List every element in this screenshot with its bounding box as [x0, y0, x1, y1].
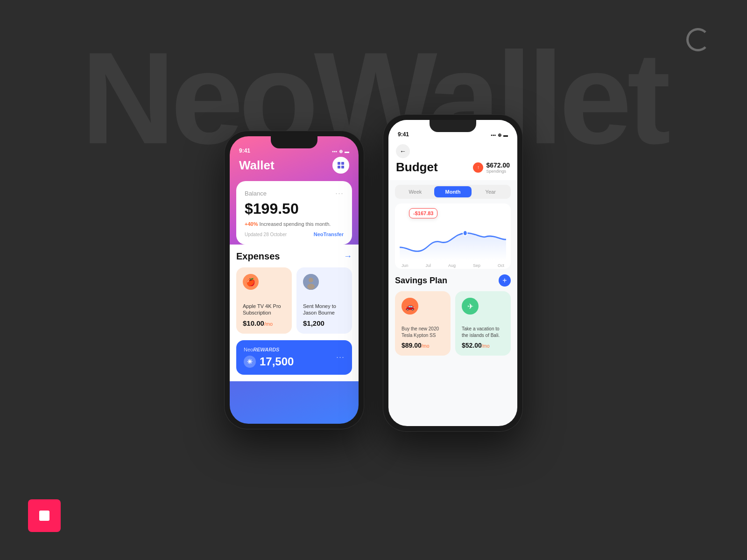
- savings2-desc: Take a vacation to the islands of Bali.: [462, 326, 504, 339]
- savings-card-2[interactable]: ✈ Take a vacation to the islands of Bali…: [455, 291, 511, 356]
- phone2-frame: 9:41 ▪▪▪ ⊕ ▬ ← Budget ↑ $672.00 Spendin: [383, 114, 523, 432]
- chart-label-jun: Jun: [402, 263, 409, 268]
- tab-month[interactable]: Month: [434, 186, 472, 197]
- more-menu[interactable]: ···: [335, 189, 344, 198]
- plane-icon: ✈: [462, 298, 479, 315]
- phone2-time: 9:41: [398, 131, 409, 138]
- chart-label-aug: Aug: [448, 263, 456, 268]
- balance-amount: $199.50: [245, 200, 344, 217]
- expense1-name: Apple TV 4K Pro Subscription: [243, 303, 285, 316]
- signal2-icon: ▪▪▪: [491, 133, 496, 138]
- expense2-name: Sent Money to Jason Bourne: [303, 303, 345, 316]
- balance-note: +40% Increased spending this month.: [245, 221, 344, 227]
- savings1-desc: Buy the new 2020 Tesla Kypton SS: [402, 326, 444, 339]
- budget-title-row: Budget ↑ $672.00 Spendings: [396, 160, 510, 175]
- balance-label: Balance ···: [245, 189, 344, 198]
- expenses-title: Expenses: [236, 251, 280, 262]
- expense-card-2[interactable]: Sent Money to Jason Bourne $1,200: [296, 267, 352, 334]
- expense2-amount: $1,200: [303, 319, 345, 327]
- chart-labels: Jun Jul Aug Sep Oct: [400, 262, 506, 268]
- period-tabs: Week Month Year: [395, 185, 511, 199]
- star-icon: ✳: [244, 356, 256, 368]
- neo-rewards-card[interactable]: NeoREWARDS ✳ 17,500 ···: [236, 340, 352, 375]
- spending-info: $672.00 Spendings: [486, 161, 510, 174]
- expenses-grid: 🍎 Apple TV 4K Pro Subscription $10.00/mo: [236, 267, 352, 334]
- battery2-icon: ▬: [503, 133, 508, 138]
- add-savings-button[interactable]: +: [499, 274, 511, 287]
- expenses-section-header: Expenses →: [236, 251, 352, 262]
- expense-card-1[interactable]: 🍎 Apple TV 4K Pro Subscription $10.00/mo: [236, 267, 292, 334]
- svg-point-3: [307, 284, 315, 289]
- phone2-header: ← Budget ↑ $672.00 Spendings: [388, 140, 517, 180]
- apple-icon: 🍎: [243, 274, 259, 290]
- expenses-arrow[interactable]: →: [344, 252, 352, 261]
- wallet-title: Wallet: [239, 158, 275, 173]
- chart-svg: [400, 218, 506, 260]
- savings-grid: 🚗 Buy the new 2020 Tesla Kypton SS $89.0…: [395, 291, 511, 356]
- phone1-main-content: Expenses → 🍎 Apple TV 4K Pro Subscriptio…: [230, 245, 359, 381]
- back-button[interactable]: ←: [396, 144, 410, 158]
- savings1-amount: $89.00/mo: [402, 342, 444, 349]
- phone1-time: 9:41: [239, 147, 250, 154]
- grid-icon: [338, 162, 344, 168]
- grid-button[interactable]: [332, 157, 349, 174]
- phones-container: 9:41 ▪▪▪ ⊕ ▬ Wallet Balance: [0, 0, 747, 560]
- chart-label-oct: Oct: [498, 263, 504, 268]
- avatar-image: [303, 274, 319, 290]
- savings-card-1[interactable]: 🚗 Buy the new 2020 Tesla Kypton SS $89.0…: [395, 291, 451, 356]
- avatar-icon: [303, 274, 319, 290]
- phone2-notch: [430, 120, 476, 132]
- rewards-more-menu[interactable]: ···: [336, 352, 345, 362]
- chart-label-jul: Jul: [425, 263, 431, 268]
- savings2-amount: $52.00/mo: [462, 342, 504, 349]
- balance-footer: Updated 28 October NeoTransfer: [245, 231, 344, 237]
- up-arrow-icon: ↑: [473, 162, 483, 173]
- phone2-status-icons: ▪▪▪ ⊕ ▬: [491, 133, 508, 138]
- signal-icon: ▪▪▪: [332, 149, 337, 154]
- tab-week[interactable]: Week: [396, 186, 434, 197]
- chart-tooltip: -$167.83: [409, 208, 437, 218]
- chart-label-sep: Sep: [473, 263, 480, 268]
- car-icon: 🚗: [402, 298, 418, 315]
- budget-title: Budget: [396, 160, 438, 175]
- wifi2-icon: ⊕: [498, 133, 501, 138]
- spending-badge: ↑ $672.00 Spendings: [473, 161, 510, 174]
- wifi-icon: ⊕: [339, 149, 343, 154]
- neo-rewards-label: NeoREWARDS: [244, 347, 294, 352]
- phone1-notch: [271, 136, 317, 148]
- phone1-frame: 9:41 ▪▪▪ ⊕ ▬ Wallet Balance: [224, 131, 364, 429]
- neo-rewards-info: NeoREWARDS ✳ 17,500: [244, 347, 294, 368]
- battery-icon: ▬: [345, 149, 349, 154]
- phone1-status-icons: ▪▪▪ ⊕ ▬: [332, 149, 349, 154]
- svg-point-2: [309, 278, 313, 282]
- neo-transfer-link[interactable]: NeoTransfer: [314, 231, 344, 237]
- phone1-screen: 9:41 ▪▪▪ ⊕ ▬ Wallet Balance: [230, 136, 359, 424]
- spending-amount: $672.00: [486, 161, 510, 169]
- chart-area: -$167.83 Jun: [395, 203, 511, 269]
- phone1-header: Wallet: [230, 157, 359, 181]
- svg-point-4: [463, 231, 467, 236]
- updated-text: Updated 28 October: [245, 232, 287, 237]
- neo-rewards-amount: ✳ 17,500: [244, 355, 294, 368]
- savings-section: Savings Plan + 🚗 Buy the new 2020 Tesla …: [388, 269, 517, 361]
- expense1-amount: $10.00/mo: [243, 319, 285, 327]
- spending-label: Spendings: [486, 169, 510, 174]
- balance-card: Balance ··· $199.50 +40% Increased spend…: [236, 181, 352, 245]
- savings-header: Savings Plan +: [395, 274, 511, 287]
- tab-year[interactable]: Year: [472, 186, 509, 197]
- savings-title: Savings Plan: [395, 276, 447, 286]
- phone2-screen: 9:41 ▪▪▪ ⊕ ▬ ← Budget ↑ $672.00 Spendin: [388, 120, 517, 426]
